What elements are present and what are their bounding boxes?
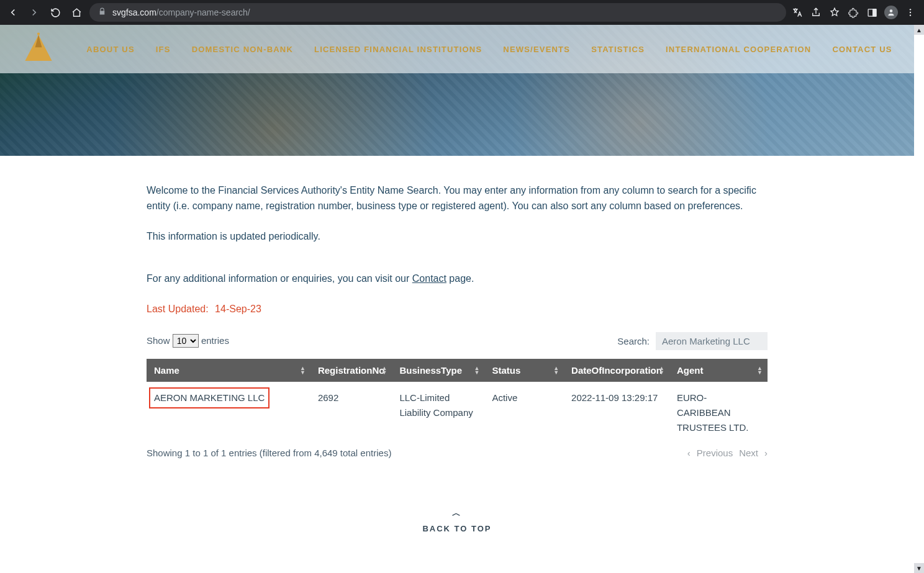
scrollbar-down-arrow[interactable]: ▼ [914, 563, 924, 573]
cell-status: Active [484, 382, 564, 441]
next-button[interactable]: Next [739, 448, 758, 458]
col-name-label: Name [154, 365, 179, 376]
address-bar[interactable]: svgfsa.com/company-name-search/ [89, 3, 786, 22]
hero-banner: ABOUT US IFS DOMESTIC NON-BANK LICENSED … [0, 25, 914, 156]
last-updated-label: Last Updated: [147, 304, 209, 314]
col-agent-label: Agent [677, 365, 704, 376]
results-table: Name ▲▼ RegistrationNo ▲▼ BusinessType ▲… [147, 359, 768, 441]
cell-agent: EURO-CARIBBEAN TRUSTEES LTD. [669, 382, 768, 441]
highlighted-name: AERON MARKETING LLC [149, 387, 270, 408]
nav-licensed-financial-institutions[interactable]: LICENSED FINANCIAL INSTITUTIONS [314, 45, 482, 54]
chevron-right-icon: › [764, 448, 768, 458]
svg-point-3 [910, 9, 911, 10]
col-status-label: Status [492, 365, 520, 376]
sort-icon: ▲▼ [757, 366, 763, 374]
url-domain: svgfsa.com [112, 7, 156, 17]
last-updated: Last Updated: 14-Sep-23 [147, 302, 768, 317]
intro-p3-before: For any additional information or enquir… [147, 273, 412, 284]
col-status[interactable]: Status ▲▼ [484, 359, 564, 382]
intro-p3-after: page. [446, 273, 474, 284]
pagination: ‹ Previous Next › [687, 448, 768, 458]
back-button[interactable] [5, 4, 21, 20]
entries-select[interactable]: 10 [173, 334, 199, 348]
extensions-icon[interactable] [847, 6, 859, 19]
profile-avatar[interactable] [884, 6, 898, 19]
browser-toolbar: svgfsa.com/company-name-search/ [0, 0, 924, 25]
intro-paragraph-3: For any additional information or enquir… [147, 271, 768, 287]
nav-ifs[interactable]: IFS [156, 45, 171, 54]
site-header: ABOUT US IFS DOMESTIC NON-BANK LICENSED … [0, 25, 914, 73]
cell-name: AERON MARKETING LLC [147, 382, 310, 441]
col-registrationno-label: RegistrationNo [318, 365, 385, 376]
nav-contact-us[interactable]: CONTACT US [832, 45, 892, 54]
reload-button[interactable] [47, 4, 63, 20]
datatable-footer: Showing 1 to 1 of 1 entries (filtered fr… [147, 448, 768, 458]
svg-point-4 [910, 12, 911, 13]
intro-paragraph-1: Welcome to the Financial Services Author… [147, 183, 768, 214]
datatable-controls: Show 10 entries Search: [147, 332, 768, 350]
nav-international-cooperation[interactable]: INTERNATIONAL COOPERATION [666, 45, 811, 54]
sort-icon: ▲▼ [553, 366, 559, 374]
share-icon[interactable] [810, 6, 822, 19]
chevron-left-icon: ‹ [687, 448, 691, 458]
col-name[interactable]: Name ▲▼ [147, 359, 310, 382]
main-content: Welcome to the Financial Services Author… [147, 156, 768, 573]
nav-about-us[interactable]: ABOUT US [86, 45, 135, 54]
svg-rect-1 [872, 9, 876, 16]
intro-paragraph-2: This information is updated periodically… [147, 229, 768, 245]
url-path: /company-name-search/ [156, 7, 250, 17]
nav-statistics[interactable]: STATISTICS [591, 45, 645, 54]
contact-link[interactable]: Contact [412, 273, 446, 284]
col-businesstype-label: BusinessType [399, 365, 462, 376]
toolbar-right [791, 6, 919, 19]
col-registrationno[interactable]: RegistrationNo ▲▼ [310, 359, 392, 382]
svg-point-2 [890, 9, 893, 12]
bookmark-star-icon[interactable] [828, 6, 841, 19]
sort-icon: ▲▼ [381, 366, 387, 374]
sort-icon: ▲▼ [474, 366, 479, 374]
col-agent[interactable]: Agent ▲▼ [669, 359, 768, 382]
lock-icon [98, 7, 106, 17]
search-control: Search: [617, 332, 768, 350]
table-info: Showing 1 to 1 of 1 entries (filtered fr… [147, 448, 391, 458]
show-label-after: entries [201, 335, 229, 346]
translate-icon[interactable] [791, 6, 804, 19]
cell-businesstype: LLC-Limited Liability Company [392, 382, 484, 441]
site-logo[interactable] [22, 32, 55, 66]
prev-button[interactable]: Previous [697, 448, 733, 458]
back-to-top-label: BACK TO TOP [147, 524, 768, 533]
back-to-top[interactable]: ︿ BACK TO TOP [147, 508, 768, 533]
col-dateofincorporation[interactable]: DateOfIncorporation ▲▼ [564, 359, 669, 382]
sort-icon: ▲▼ [659, 366, 664, 374]
cell-dateofincorporation: 2022-11-09 13:29:17 [564, 382, 669, 441]
col-businesstype[interactable]: BusinessType ▲▼ [392, 359, 484, 382]
svg-point-9 [37, 33, 40, 35]
forward-button[interactable] [26, 4, 42, 20]
search-input[interactable] [656, 332, 768, 350]
nav-domestic-non-bank[interactable]: DOMESTIC NON-BANK [192, 45, 293, 54]
nav-news-events[interactable]: NEWS/EVENTS [503, 45, 570, 54]
chevron-up-icon: ︿ [147, 508, 768, 519]
home-button[interactable] [68, 4, 84, 20]
kebab-menu-icon[interactable] [904, 6, 917, 19]
show-label-before: Show [147, 335, 170, 346]
sort-icon: ▲▼ [300, 366, 306, 374]
search-label: Search: [617, 336, 650, 346]
last-updated-value: 14-Sep-23 [215, 304, 261, 314]
main-nav: ABOUT US IFS DOMESTIC NON-BANK LICENSED … [86, 45, 892, 54]
svg-point-5 [910, 14, 911, 16]
col-dateofincorporation-label: DateOfIncorporation [571, 365, 662, 376]
table-row: AERON MARKETING LLC 2692 LLC-Limited Lia… [147, 382, 768, 441]
side-panel-icon[interactable] [866, 6, 878, 19]
entries-length-control: Show 10 entries [147, 334, 229, 348]
cell-registrationno: 2692 [310, 382, 392, 441]
